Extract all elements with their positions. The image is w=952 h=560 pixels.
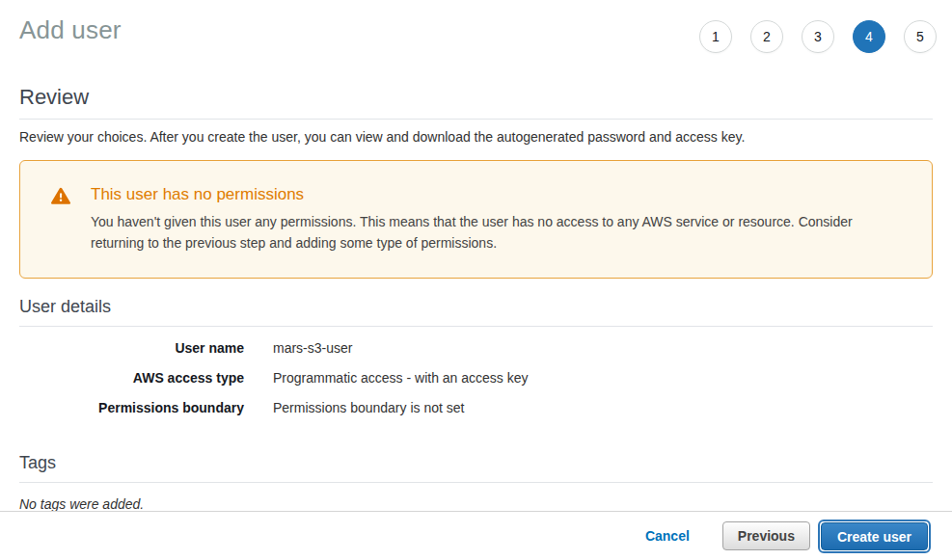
detail-label: AWS access type [19,370,244,387]
warning-title: This user has no permissions [91,185,897,204]
step-1[interactable]: 1 [699,20,732,53]
warning-text: This user has no permissions You haven't… [91,185,897,254]
warning-triangle-icon [51,187,70,205]
no-permissions-warning: This user has no permissions You haven't… [19,160,933,279]
wizard-content: Review Review your choices. After you cr… [0,85,952,512]
create-user-button[interactable]: Create user [821,522,928,550]
previous-button[interactable]: Previous [722,521,810,550]
page-title: Add user [19,15,122,45]
tags-heading: Tags [19,453,933,483]
step-indicator: 1 2 3 4 5 [699,20,937,53]
detail-row-access-type: AWS access type Programmatic access - wi… [19,370,933,387]
step-4-active[interactable]: 4 [853,20,885,53]
warning-body: You haven't given this user any permissi… [91,211,897,253]
cancel-button[interactable]: Cancel [645,528,690,544]
user-details-table: User name mars-s3-user AWS access type P… [19,340,933,416]
review-heading: Review [19,85,933,120]
wizard-header: Add user 1 2 3 4 5 [0,0,952,54]
step-2[interactable]: 2 [750,20,783,53]
detail-row-user-name: User name mars-s3-user [19,340,933,357]
detail-label: User name [19,340,244,357]
detail-label: Permissions boundary [19,400,244,416]
detail-value: Permissions boundary is not set [273,400,464,416]
detail-value: mars-s3-user [273,340,352,357]
wizard-footer: Cancel Previous Create user [0,511,952,560]
detail-row-permissions-boundary: Permissions boundary Permissions boundar… [19,400,933,416]
add-user-wizard: Add user 1 2 3 4 5 Review Review your ch… [0,0,952,560]
step-5[interactable]: 5 [904,20,937,53]
review-description: Review your choices. After you create th… [19,128,933,147]
step-3[interactable]: 3 [802,20,834,53]
tags-empty-text: No tags were added. [19,496,933,512]
user-details-heading: User details [19,297,933,327]
create-user-button-focus-ring: Create user [818,520,931,553]
detail-value: Programmatic access - with an access key [273,370,529,387]
